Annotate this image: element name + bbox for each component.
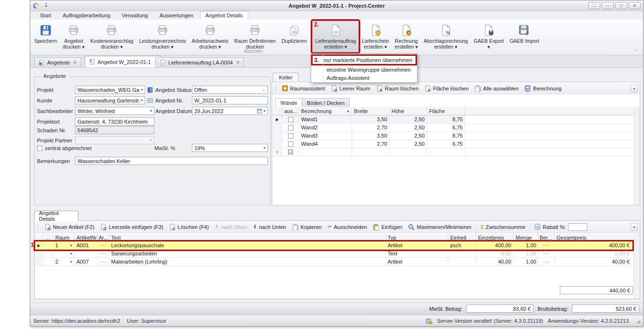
- title-bar[interactable]: ▾ Angebot W_2022-01-1 - Project-Center ⛶…: [30, 0, 643, 11]
- fullscreen-button[interactable]: ⛶: [588, 2, 600, 9]
- doc-tab-angebote[interactable]: i Angebote ✕: [34, 57, 81, 67]
- col-text[interactable]: Text: [109, 233, 386, 241]
- ribbon-tab-verwaltung[interactable]: Verwaltung: [117, 12, 152, 20]
- ribbon-tab-angebot-details[interactable]: Angebot Details: [200, 11, 248, 20]
- angebot-drucken-button[interactable]: Angebotdrucken ▾: [60, 21, 88, 52]
- details-row-3[interactable]: 2▾ A007 ··· Malerarbeiten (Lehrling) Art…: [35, 258, 632, 266]
- schaden-nr-input[interactable]: 5468542: [75, 126, 154, 134]
- menu-item-einzelne-warengruppe[interactable]: einzelne Warengruppe übernehmen: [311, 65, 417, 74]
- sachbearbeiter-select[interactable]: Winter, Winfried ▾: [75, 107, 154, 115]
- kostenvoranschlag-drucken-button[interactable]: Kostenvoranschlagdrucken ▾: [88, 21, 136, 52]
- kunde-select[interactable]: Hausverwaltung Gartenstraße ▾: [75, 96, 145, 104]
- col-einheit[interactable]: Einheit: [448, 233, 476, 241]
- mwst-select[interactable]: 19% ▾: [192, 144, 268, 152]
- kopieren-button[interactable]: Kopieren: [289, 224, 325, 230]
- gaeb-import-button[interactable]: GAEB Import: [506, 21, 542, 52]
- wall-row-wand4[interactable]: Wand4 2,70 2,50 6,75: [273, 140, 634, 148]
- duplizieren-button[interactable]: Duplizieren: [278, 21, 310, 52]
- zwischensumme-button[interactable]: Σ Zwischensumme: [478, 224, 528, 230]
- neuer-artikel-button[interactable]: Neuer Artikel (F2): [41, 224, 97, 230]
- ellipsis-button[interactable]: ···: [98, 241, 109, 249]
- alle-auswaehlen-button[interactable]: Alle auswählen: [471, 85, 521, 92]
- subtab-waende[interactable]: Wände: [275, 98, 303, 107]
- raumassistent-button[interactable]: Raumassistent: [279, 85, 328, 91]
- ribbon-tab-auftragsbearbeitung[interactable]: Auftragsbearbeitung: [58, 12, 115, 20]
- bemerkungen-input[interactable]: Wasserschaden Keller: [75, 157, 268, 165]
- collapse-ribbon-icon[interactable]: ⌃: [634, 49, 638, 54]
- projekt-select[interactable]: Wasserschaden_WEG Garte... ▾: [75, 86, 145, 94]
- toolbar-overflow-icon[interactable]: ▾: [631, 85, 638, 92]
- col-typ[interactable]: Typ: [386, 233, 448, 241]
- ausschneiden-button[interactable]: ✂ Ausschneiden: [325, 224, 370, 230]
- row-checkbox[interactable]: [288, 125, 293, 130]
- projektort-input[interactable]: Gartenstr. 4, 73230 Kirchheim: [75, 117, 154, 126]
- calendar-icon[interactable]: [257, 108, 262, 114]
- ellipsis-button[interactable]: ···: [98, 258, 109, 266]
- flaeche-loeschen-button[interactable]: Fläche löschen: [421, 85, 471, 92]
- einfuegen-button[interactable]: Einfügen: [370, 224, 405, 230]
- row-checkbox[interactable]: [288, 133, 293, 139]
- details-row-2[interactable]: ▾ ··· Sanierungsarbeiten Text 0,00 1,00 …: [35, 250, 632, 258]
- leerzeile-einfuegen-button[interactable]: Leerzeile einfügen (F3): [97, 224, 166, 230]
- maximize-button[interactable]: □: [615, 2, 627, 9]
- chevron-down-icon[interactable]: ▾: [70, 260, 72, 264]
- close-tab-icon[interactable]: ✕: [73, 60, 77, 65]
- col-raum[interactable]: Raum: [53, 233, 75, 241]
- minimize-button[interactable]: —: [602, 2, 614, 9]
- ellipsis-button[interactable]: ···: [539, 241, 555, 249]
- wall-row-new[interactable]: ✳: [273, 148, 634, 156]
- lieferantenauftrag-erstellen-button[interactable]: 2. Lieferantenauftragerstellen ▾ 3. nur …: [312, 21, 359, 52]
- gaeb-export-button[interactable]: GAEB Export▾: [471, 21, 506, 52]
- leistungsverzeichnis-drucken-button[interactable]: Leistungsverzeichnisdrucken ▾: [136, 21, 189, 52]
- loeschen-button[interactable]: Löschen (F4): [166, 224, 212, 230]
- angebot-datum-input[interactable]: 29.Jun.2022 ▾: [192, 107, 268, 115]
- col-einzelpreis[interactable]: Einzelpreis: [476, 233, 514, 241]
- doc-tab-angebot-w-2022-01-1[interactable]: Angebot W_2022-01-1 ✕: [85, 56, 162, 67]
- ellipsis-button[interactable]: ···: [98, 250, 109, 257]
- col-ar[interactable]: Ar...: [98, 233, 109, 241]
- berechnung-button[interactable]: Berechnung: [521, 85, 564, 92]
- chevron-down-icon[interactable]: ▾: [70, 243, 72, 248]
- wall-row-wand2[interactable]: Wand2 2,70 2,50 6,75: [273, 124, 634, 132]
- ribbon-tab-start[interactable]: Start: [35, 12, 56, 20]
- details-row-1[interactable]: ▶ 1▾ A001 ··· Leckortungspauschale Artik…: [35, 241, 632, 250]
- rechnung-erstellen-button[interactable]: Rechnungerstellen ▾: [392, 21, 421, 52]
- col-gesamtpreis[interactable]: Gesamtpreis: [555, 233, 631, 241]
- row-checkbox[interactable]: [288, 117, 293, 122]
- col-breite[interactable]: Breite: [352, 107, 390, 115]
- wall-row-wand3[interactable]: Wand3 3,50 2,50 8,75: [273, 132, 634, 140]
- maximieren-minimieren-button[interactable]: Maximieren/Minimieren: [405, 224, 474, 230]
- wall-grid-scrollbar[interactable]: [634, 107, 640, 205]
- kunde-open-icon[interactable]: [146, 96, 154, 104]
- projekt-open-icon[interactable]: [146, 86, 154, 94]
- menu-item-nur-markierte-positionen[interactable]: nur markierte Positionen übernehmen: [322, 57, 412, 63]
- details-grid-scrollbar[interactable]: [633, 233, 639, 298]
- leerer-raum-button[interactable]: Leerer Raum: [328, 85, 373, 92]
- col-menge[interactable]: Menge: [514, 233, 539, 241]
- subtab-boeden-decken[interactable]: Böden / Decken: [302, 98, 350, 107]
- rabatt-input[interactable]: [568, 223, 587, 231]
- doc-tab-lieferantenauftrag-la-0004[interactable]: Lieferantenauftrag LA-0004 ✕: [155, 57, 244, 67]
- lieferschein-erstellen-button[interactable]: Lieferscheinerstellen ▾: [359, 21, 392, 52]
- room-tab-keller[interactable]: Keller: [273, 73, 299, 82]
- ellipsis-button[interactable]: ···: [539, 258, 555, 266]
- angebot-nr-input[interactable]: W_2022-01-1: [192, 96, 268, 104]
- chevron-down-icon[interactable]: ▾: [70, 252, 72, 256]
- abschlagsrechnung-erstellen-button[interactable]: % Abschlagsrechnungerstellen ▾: [421, 21, 471, 52]
- col-dots[interactable]: ...: [43, 233, 53, 241]
- close-button[interactable]: ✕: [629, 2, 641, 9]
- raum-definitionen-drucken-button[interactable]: Raum Definitionendrucken: [231, 21, 278, 52]
- nach-oben-button[interactable]: ⬆ nach Oben: [212, 224, 250, 230]
- col-aus[interactable]: aus...: [282, 107, 299, 115]
- col-ber[interactable]: Ber...: [539, 233, 555, 241]
- toolbar-overflow-icon[interactable]: ▾: [631, 223, 638, 231]
- resize-grip-icon[interactable]: ◢: [636, 318, 640, 324]
- ellipsis-button[interactable]: ···: [539, 250, 555, 257]
- raum-loeschen-button[interactable]: Raum löschen: [373, 85, 421, 92]
- projekt-partner-select[interactable]: ▾: [75, 136, 154, 144]
- angebot-status-select[interactable]: Offen ⌄: [192, 86, 268, 94]
- col-flaeche[interactable]: Fläche: [427, 107, 465, 115]
- col-bezeichnung[interactable]: Bezeichnung▲: [299, 107, 352, 115]
- close-tab-icon[interactable]: ✕: [236, 60, 240, 65]
- menu-item-auftrags-assistent[interactable]: Auftrags-Assistent: [311, 74, 417, 82]
